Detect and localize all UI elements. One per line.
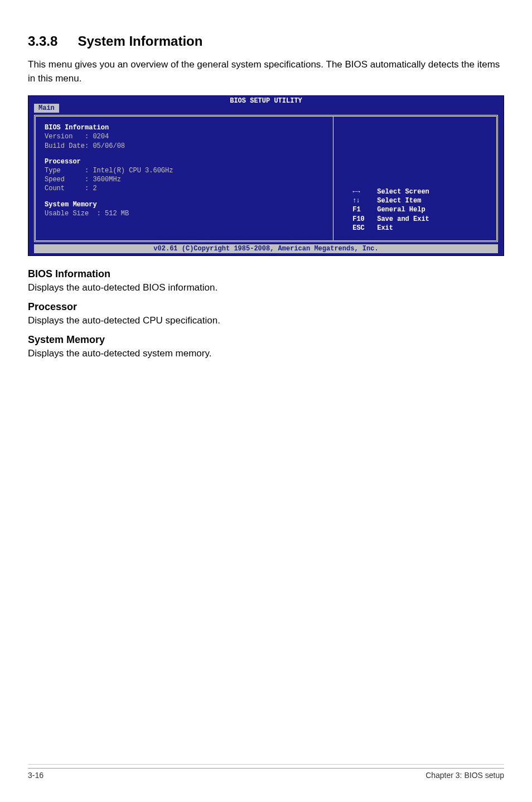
help-desc-select-screen: Select Screen <box>377 187 429 196</box>
processor-speed-value: : 3600MHz <box>85 176 121 183</box>
bios-body: BIOS Information Version : 0204 Build Da… <box>34 115 498 242</box>
help-select-screen: ←→ Select Screen <box>352 187 429 196</box>
memory-usable-line: Usable Size : 512 MB <box>45 209 324 218</box>
help-select-item: ↑↓ Select Item <box>352 196 429 205</box>
page-number: 3-16 <box>28 771 43 780</box>
help-desc-exit: Exit <box>377 224 393 233</box>
intro-paragraph: This menu gives you an overview of the g… <box>28 58 504 85</box>
up-down-arrow-icon: ↑↓ <box>352 196 377 205</box>
memory-heading: System Memory <box>45 200 324 209</box>
bios-build-value: : 05/06/08 <box>85 142 125 150</box>
bios-footer: v02.61 (C)Copyright 1985-2008, American … <box>34 244 498 253</box>
memory-block: System Memory Usable Size : 512 MB <box>45 200 324 218</box>
bios-version-line: Version : 0204 <box>45 132 324 141</box>
bios-left-panel: BIOS Information Version : 0204 Build Da… <box>36 117 333 240</box>
processor-speed-label: Speed <box>45 176 85 183</box>
memory-usable-label: Usable Size <box>45 210 97 218</box>
bios-right-panel: ←→ Select Screen ↑↓ Select Item F1 Gener… <box>333 117 496 240</box>
subtext-bios-information: Displays the auto-detected BIOS informat… <box>28 282 504 293</box>
processor-count-label: Count <box>45 185 85 192</box>
bios-build-line: Build Date: 05/06/08 <box>45 142 324 151</box>
bios-info-block: BIOS Information Version : 0204 Build Da… <box>45 123 324 151</box>
footer-divider <box>28 764 504 765</box>
processor-type-line: Type : Intel(R) CPU 3.60GHz <box>45 166 324 175</box>
section-title: 3.3.8System Information <box>28 33 504 49</box>
section-heading-text: System Information <box>78 33 202 49</box>
section-number: 3.3.8 <box>28 33 57 49</box>
memory-usable-value: : 512 MB <box>97 210 129 218</box>
subtext-processor: Displays the auto-detected CPU specifica… <box>28 315 504 326</box>
bios-info-heading: BIOS Information <box>45 123 324 132</box>
processor-count-value: : 2 <box>85 185 97 192</box>
processor-type-value: : Intel(R) CPU 3.60GHz <box>85 167 173 175</box>
help-save-exit: F10 Save and Exit <box>352 215 429 224</box>
help-exit: ESC Exit <box>352 224 429 233</box>
processor-count-line: Count : 2 <box>45 184 324 193</box>
help-desc-select-item: Select Item <box>377 196 421 205</box>
bios-tabs: Main <box>28 104 504 113</box>
processor-type-label: Type <box>45 167 85 175</box>
subheading-processor: Processor <box>28 301 504 313</box>
chapter-label: Chapter 3: BIOS setup <box>425 771 504 780</box>
bios-setup-window: BIOS SETUP UTILITY Main BIOS Information… <box>28 95 504 256</box>
left-right-arrow-icon: ←→ <box>352 187 377 196</box>
bios-build-label: Build Date <box>45 142 85 150</box>
help-key-esc: ESC <box>352 224 377 233</box>
help-key-f1: F1 <box>352 205 377 214</box>
subheading-bios-information: BIOS Information <box>28 268 504 280</box>
help-desc-save-exit: Save and Exit <box>377 215 429 224</box>
bios-version-label: Version <box>45 133 85 141</box>
subtext-system-memory: Displays the auto-detected system memory… <box>28 348 504 359</box>
processor-speed-line: Speed : 3600MHz <box>45 175 324 184</box>
tab-main[interactable]: Main <box>34 104 59 113</box>
bios-help-block: ←→ Select Screen ↑↓ Select Item F1 Gener… <box>352 187 429 233</box>
page-footer: 3-16 Chapter 3: BIOS setup <box>28 768 504 780</box>
processor-block: Processor Type : Intel(R) CPU 3.60GHz Sp… <box>45 157 324 194</box>
processor-heading: Processor <box>45 157 324 166</box>
help-key-f10: F10 <box>352 215 377 224</box>
bios-version-value: : 0204 <box>85 133 109 141</box>
help-general-help: F1 General Help <box>352 205 429 214</box>
help-desc-general-help: General Help <box>377 205 425 214</box>
subheading-system-memory: System Memory <box>28 334 504 346</box>
